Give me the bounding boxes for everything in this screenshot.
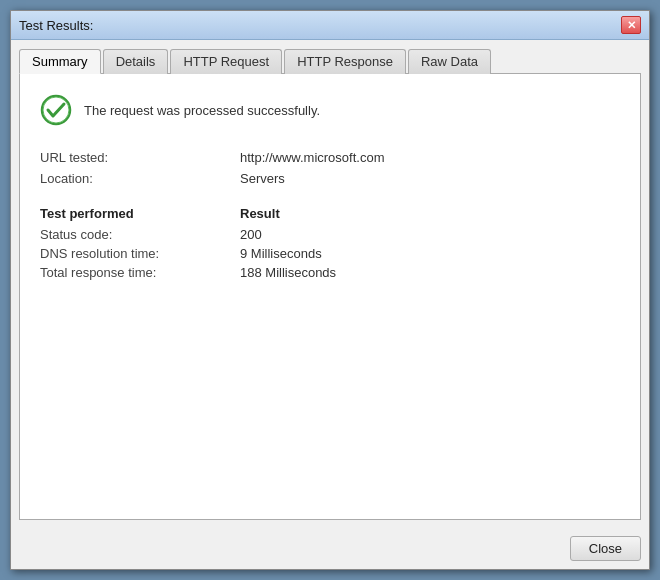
footer: Close [11, 528, 649, 569]
info-table: URL tested: http://www.microsoft.com Loc… [40, 150, 620, 186]
success-row: The request was processed successfully. [40, 94, 620, 126]
location-row: Location: Servers [40, 171, 620, 186]
tab-http-request[interactable]: HTTP Request [170, 49, 282, 74]
tab-http-response[interactable]: HTTP Response [284, 49, 406, 74]
tab-raw-data[interactable]: Raw Data [408, 49, 491, 74]
status-code-row: Status code: 200 [40, 227, 620, 242]
status-code-label: Status code: [40, 227, 240, 242]
dialog-body: Summary Details HTTP Request HTTP Respon… [11, 40, 649, 528]
url-value: http://www.microsoft.com [240, 150, 384, 165]
url-row: URL tested: http://www.microsoft.com [40, 150, 620, 165]
status-code-value: 200 [240, 227, 262, 242]
response-time-row: Total response time: 188 Milliseconds [40, 265, 620, 280]
location-label: Location: [40, 171, 240, 186]
response-time-label: Total response time: [40, 265, 240, 280]
dns-label: DNS resolution time: [40, 246, 240, 261]
content-area: The request was processed successfully. … [19, 74, 641, 520]
dialog-title: Test Results: [19, 18, 93, 33]
title-close-button[interactable]: ✕ [621, 16, 641, 34]
tab-summary[interactable]: Summary [19, 49, 101, 74]
title-bar: Test Results: ✕ [11, 11, 649, 40]
response-time-value: 188 Milliseconds [240, 265, 336, 280]
results-table: Test performed Result Status code: 200 D… [40, 206, 620, 280]
success-message: The request was processed successfully. [84, 103, 320, 118]
test-header: Test performed [40, 206, 240, 221]
dialog-window: Test Results: ✕ Summary Details HTTP Req… [10, 10, 650, 570]
result-header: Result [240, 206, 280, 221]
location-value: Servers [240, 171, 285, 186]
url-label: URL tested: [40, 150, 240, 165]
tab-bar: Summary Details HTTP Request HTTP Respon… [19, 48, 641, 74]
dns-value: 9 Milliseconds [240, 246, 322, 261]
close-button[interactable]: Close [570, 536, 641, 561]
success-icon [40, 94, 72, 126]
dns-row: DNS resolution time: 9 Milliseconds [40, 246, 620, 261]
results-header: Test performed Result [40, 206, 620, 221]
tab-details[interactable]: Details [103, 49, 169, 74]
